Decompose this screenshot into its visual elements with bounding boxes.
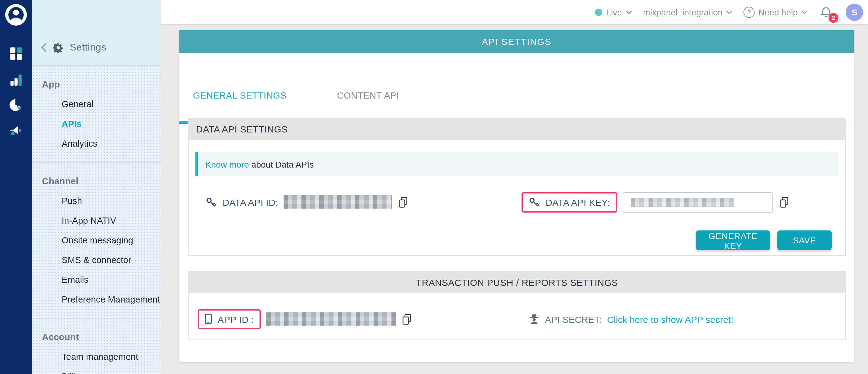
transaction-settings-section: TRANSACTION PUSH / REPORTS SETTINGS APP … <box>188 271 846 340</box>
dashboard-icon[interactable] <box>9 46 24 61</box>
back-chevron-icon[interactable] <box>41 42 47 53</box>
sidebar-item-team-management[interactable]: Team management <box>32 347 161 367</box>
environment-label: Live <box>606 7 622 17</box>
user-avatar[interactable]: S <box>846 3 863 21</box>
notification-count-badge: 2 <box>829 13 838 23</box>
sidebar-item-inapp-nativ[interactable]: In-App NATIV <box>32 211 161 231</box>
settings-sidebar: Settings App General APIs Analytics Chan… <box>32 0 161 374</box>
page-title: API SETTINGS <box>179 30 854 53</box>
data-api-key-input[interactable] <box>622 192 773 212</box>
bar-chart-icon[interactable] <box>9 73 24 88</box>
sidebar-section-header: App <box>42 79 161 89</box>
save-button[interactable]: SAVE <box>777 231 832 250</box>
chevron-down-icon <box>726 10 733 14</box>
sidebar-item-preference-management[interactable]: Preference Management <box>32 290 161 309</box>
main-content: API SETTINGS GENERAL SETTINGS CONTENT AP… <box>161 24 868 374</box>
project-selector[interactable]: mixpanel_integration <box>643 7 733 17</box>
data-api-settings-section: DATA API SETTINGS Know more about Data A… <box>188 118 846 256</box>
nav-rail <box>0 0 32 374</box>
pie-chart-icon[interactable] <box>9 98 24 113</box>
sidebar-section-header: Channel <box>42 176 161 186</box>
sidebar-section-account: Account Team management Billing <box>32 318 161 374</box>
section-header: TRANSACTION PUSH / REPORTS SETTINGS <box>189 272 845 293</box>
environment-selector[interactable]: Live <box>595 7 632 17</box>
secret-spy-icon <box>529 314 539 325</box>
sidebar-item-sms-connector[interactable]: SMS & connector <box>32 250 161 270</box>
app-id-label: APP ID : <box>218 314 254 325</box>
sidebar-item-billing[interactable]: Billing <box>32 367 161 374</box>
help-icon: ? <box>743 6 754 18</box>
gear-icon <box>53 42 63 53</box>
brand-logo-icon[interactable] <box>5 4 27 26</box>
help-label: Need help <box>758 7 798 17</box>
api-settings-card: API SETTINGS GENERAL SETTINGS CONTENT AP… <box>179 30 854 362</box>
know-more-banner: Know more about Data APIs <box>195 152 838 176</box>
button-row: GENERATE KEY SAVE <box>189 231 845 250</box>
live-status-dot-icon <box>595 8 602 16</box>
generate-key-button[interactable]: GENERATE KEY <box>696 231 770 250</box>
sidebar-item-apis[interactable]: APIs <box>32 114 161 134</box>
show-app-secret-link[interactable]: Click here to show APP secret! <box>607 314 733 325</box>
sidebar-section-header: Account <box>42 332 161 342</box>
transaction-row: APP ID : <box>189 308 845 330</box>
project-name: mixpanel_integration <box>643 7 722 17</box>
sidebar-item-general[interactable]: General <box>32 94 161 114</box>
sidebar-section-channel: Channel Push In-App NATIV Onsite messagi… <box>32 163 161 318</box>
sidebar-section-app: App General APIs Analytics <box>32 66 161 163</box>
copy-icon[interactable] <box>778 196 789 208</box>
sidebar-item-emails[interactable]: Emails <box>32 270 161 290</box>
copy-icon[interactable] <box>398 196 409 208</box>
notifications-button[interactable]: 2 <box>819 4 835 20</box>
app-id-value-redacted <box>266 312 396 326</box>
sidebar-item-push[interactable]: Push <box>32 191 161 211</box>
copy-icon[interactable] <box>401 313 412 325</box>
data-api-row: DATA API ID: <box>189 191 845 213</box>
app-id-highlight: APP ID : <box>198 309 261 329</box>
tab-bar: GENERAL SETTINGS CONTENT API <box>179 53 854 123</box>
megaphone-icon[interactable] <box>9 124 24 139</box>
top-bar: Live mixpanel_integration ? Need help 2 … <box>161 0 868 24</box>
sidebar-item-onsite-messaging[interactable]: Onsite messaging <box>32 231 161 250</box>
chevron-down-icon <box>801 10 808 14</box>
api-secret-group: API SECRET: Click here to show APP secre… <box>529 308 733 330</box>
app-id-group: APP ID : <box>198 308 412 330</box>
sidebar-title: Settings <box>70 42 106 53</box>
chevron-down-icon <box>626 10 632 14</box>
app-root: Settings App General APIs Analytics Chan… <box>0 0 868 374</box>
data-api-key-label: DATA API KEY: <box>546 197 610 207</box>
data-api-id-group: DATA API ID: <box>205 191 409 213</box>
sidebar-item-analytics[interactable]: Analytics <box>32 134 161 154</box>
key-icon <box>205 196 217 208</box>
key-icon <box>528 196 540 208</box>
api-secret-label: API SECRET: <box>545 314 601 325</box>
phone-icon <box>205 314 212 325</box>
help-menu[interactable]: ? Need help <box>743 6 808 18</box>
sidebar-header: Settings <box>32 0 161 66</box>
data-api-id-label: DATA API ID: <box>222 197 278 207</box>
data-api-key-group: DATA API KEY: <box>522 191 789 213</box>
data-api-key-highlight: DATA API KEY: <box>522 192 617 212</box>
section-header: DATA API SETTINGS <box>189 118 845 140</box>
know-more-text: about Data APIs <box>249 159 314 169</box>
data-api-key-value-redacted <box>630 198 734 207</box>
data-api-id-value-redacted <box>284 195 392 209</box>
know-more-link[interactable]: Know more <box>205 159 249 169</box>
